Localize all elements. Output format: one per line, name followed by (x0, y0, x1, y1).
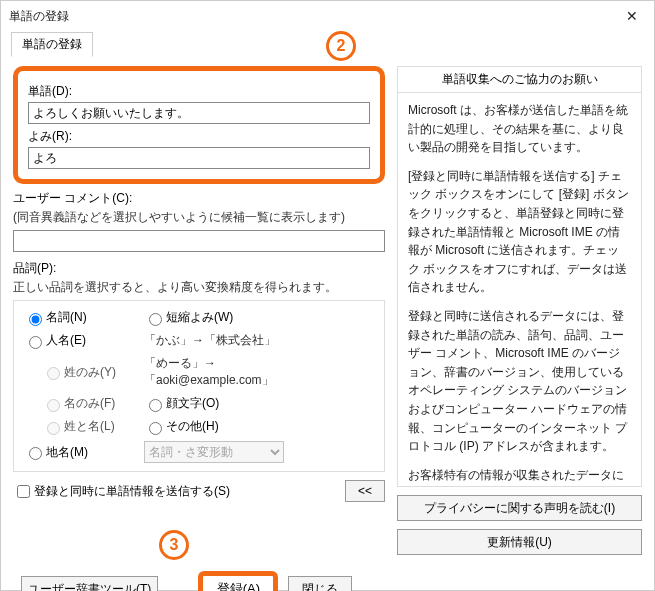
pos-combo[interactable]: 名詞・さ変形動 (144, 441, 284, 463)
annotation-badge-2: 2 (326, 31, 356, 61)
word-reading-highlight: 単語(D): よみ(R): (13, 66, 385, 184)
pos-label: 品詞(P): (13, 260, 385, 277)
yomi-label: よみ(R): (28, 128, 370, 145)
yomi-input[interactable] (28, 147, 370, 169)
send-checkbox[interactable]: 登録と同時に単語情報を送信する(S) (13, 482, 230, 501)
privacy-button[interactable]: プライバシーに関する声明を読む(I) (397, 495, 642, 521)
pos-hint: 正しい品詞を選択すると、より高い変換精度を得られます。 (13, 279, 385, 296)
tango-input[interactable] (28, 102, 370, 124)
annotation-badge-3: 3 (159, 530, 189, 560)
close-icon[interactable]: ✕ (618, 8, 646, 24)
example-mail: 「めーる」→「aoki@example.com」 (144, 355, 344, 389)
example-kabu: 「かぶ」→「株式会社」 (144, 332, 344, 349)
window-title: 単語の登録 (9, 8, 618, 25)
toggle-button[interactable]: << (345, 480, 385, 502)
side-body: Microsoft は、お客様が送信した単語を統計的に処理し、その結果を基に、よ… (397, 92, 642, 487)
tango-label: 単語(D): (28, 83, 370, 100)
comment-input[interactable] (13, 230, 385, 252)
radio-tanshuku[interactable]: 短縮よみ(W) (144, 309, 344, 326)
update-button[interactable]: 更新情報(U) (397, 529, 642, 555)
radio-chimei[interactable]: 地名(M) (24, 444, 144, 461)
side-title: 単語収集へのご協力のお願い (397, 66, 642, 92)
radio-jinmei[interactable]: 人名(E) (24, 332, 144, 349)
radio-seimei[interactable]: 姓と名(L) (42, 419, 115, 433)
close-button[interactable]: 閉じる (288, 576, 352, 591)
radio-sei[interactable]: 姓のみ(Y) (42, 365, 116, 379)
radio-kaomoji[interactable]: 顔文字(O) (144, 395, 344, 412)
register-button[interactable]: 登録(A) (198, 571, 278, 591)
comment-label: ユーザー コメント(C): (13, 190, 385, 207)
dict-tool-button[interactable]: ユーザー辞書ツール(T) (21, 576, 158, 591)
radio-mei[interactable]: 名のみ(F) (42, 396, 115, 410)
radio-sonota[interactable]: その他(H) (144, 418, 344, 435)
radio-meishi[interactable]: 名詞(N) (24, 309, 144, 326)
comment-hint: (同音異義語などを選択しやすいように候補一覧に表示します) (13, 209, 385, 226)
tab-register-word[interactable]: 単語の登録 (11, 32, 93, 57)
